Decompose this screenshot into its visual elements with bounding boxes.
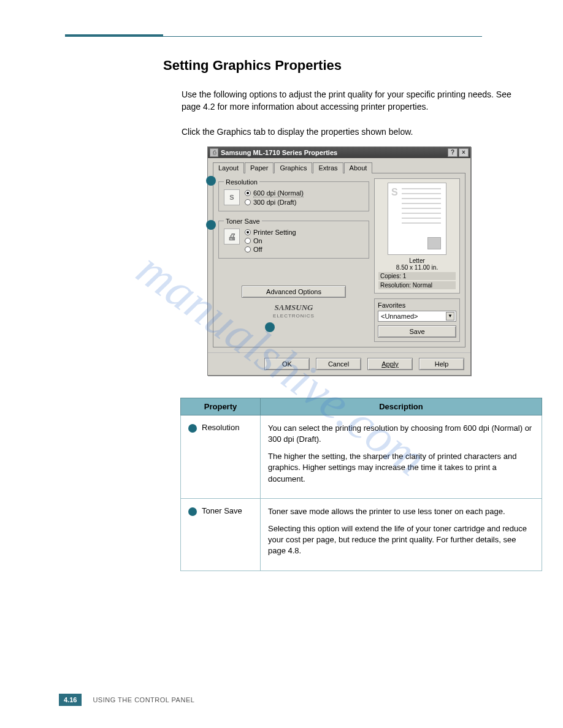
favorites-combo[interactable]: <Unnamed> ▼ <box>378 311 456 322</box>
radio-toner-off-label: Off <box>253 246 262 253</box>
prop-name-toner: Toner Save <box>202 506 242 515</box>
desc-resolution-1: You can select the printing resolution b… <box>268 423 534 445</box>
help-dialog-button[interactable]: Help <box>419 358 464 370</box>
help-button[interactable]: ? <box>448 148 458 157</box>
dialog-title: Samsung ML-1710 Series Properties <box>221 149 446 156</box>
chevron-down-icon: ▼ <box>446 312 454 320</box>
tab-strip: Layout Paper Graphics Extras About <box>213 162 465 173</box>
ok-button[interactable]: OK <box>264 358 310 370</box>
preview-paper-name: Letter <box>378 257 456 264</box>
favorites-value: <Unnamed> <box>381 313 418 320</box>
callout-bullet-1 <box>206 176 216 186</box>
preview-resolution: Resolution: Normal <box>378 281 456 289</box>
radio-toner-on[interactable]: On <box>245 237 296 245</box>
row-bullet-icon <box>188 424 197 433</box>
apply-button[interactable]: Apply <box>367 358 413 370</box>
close-button[interactable]: × <box>459 148 469 157</box>
printer-icon: 🖨 <box>224 229 240 245</box>
intro-paragraph-1: Use the following options to adjust the … <box>182 88 513 113</box>
favorites-save-button[interactable]: Save <box>378 325 456 338</box>
preview-s-icon: S <box>391 187 400 197</box>
page-number-badge: 4.16 <box>59 694 82 706</box>
resolution-legend: Resolution <box>224 178 259 186</box>
radio-toner-off[interactable]: Off <box>245 246 296 253</box>
dialog-footer: OK Cancel Apply Help <box>208 352 470 375</box>
page-footer: 4.16 USING THE CONTROL PANEL <box>59 694 194 706</box>
intro-paragraph-2: Click the Graphics tab to display the pr… <box>182 126 513 138</box>
preview-paper-dims: 8.50 x 11.00 in. <box>378 264 456 271</box>
favorites-label: Favorites <box>378 301 456 309</box>
table-row: Resolution You can select the printing r… <box>181 415 542 498</box>
header-rule <box>65 36 482 37</box>
preview-image-block <box>427 237 441 249</box>
resolution-group: Resolution S 600 dpi (Normal) <box>218 178 369 211</box>
app-icon: ⎙ <box>210 148 218 157</box>
radio-icon <box>245 246 251 252</box>
preview-copies: Copies: 1 <box>378 272 456 280</box>
toner-save-legend: Toner Save <box>224 218 262 225</box>
properties-table: Property Description Resolution You can … <box>180 398 542 571</box>
radio-printer-setting[interactable]: Printer Setting <box>245 229 296 236</box>
radio-icon <box>245 238 251 244</box>
tab-extras[interactable]: Extras <box>313 162 343 173</box>
radio-300dpi-label: 300 dpi (Draft) <box>253 199 296 206</box>
col-description: Description <box>261 398 542 415</box>
properties-dialog: ⎙ Samsung ML-1710 Series Properties ? × … <box>207 146 471 376</box>
preview-pane: S Letter 8.50 x 11.00 in. Copies: 1 Reso… <box>374 178 460 294</box>
resolution-icon: S <box>224 189 240 205</box>
radio-toner-on-label: On <box>253 237 262 245</box>
cancel-button[interactable]: Cancel <box>316 358 361 370</box>
advanced-options-button[interactable]: Advanced Options <box>242 286 346 298</box>
page-footer-caption: USING THE CONTROL PANEL <box>93 696 194 703</box>
col-property: Property <box>181 398 261 415</box>
tab-paper[interactable]: Paper <box>245 162 274 173</box>
tab-about[interactable]: About <box>344 162 373 173</box>
desc-toner-2: Selecting this option will extend the li… <box>268 523 534 557</box>
row-bullet-icon <box>188 507 197 516</box>
radio-600dpi-label: 600 dpi (Normal) <box>253 189 304 197</box>
dialog-titlebar[interactable]: ⎙ Samsung ML-1710 Series Properties ? × <box>208 147 470 158</box>
section-title: Setting Graphics Properties <box>163 58 510 74</box>
radio-300dpi[interactable]: 300 dpi (Draft) <box>245 199 304 206</box>
toner-save-group: Toner Save 🖨 Printer Setting <box>218 218 369 259</box>
brand-footer: SAMSUNG ELECTRONICS <box>218 303 369 319</box>
tab-graphics[interactable]: Graphics <box>274 162 312 173</box>
table-row: Toner Save Toner save mode allows the pr… <box>181 498 542 571</box>
tab-layout[interactable]: Layout <box>213 162 244 173</box>
radio-icon <box>245 229 251 235</box>
favorites-group: Favorites <Unnamed> ▼ Save <box>374 298 460 342</box>
prop-name-resolution: Resolution <box>202 423 239 432</box>
callout-bullet-3 <box>265 322 275 332</box>
desc-toner-1: Toner save mode allows the printer to us… <box>268 506 534 517</box>
callout-bullet-2 <box>206 220 216 230</box>
desc-resolution-2: The higher the setting, the sharper the … <box>268 451 534 485</box>
radio-icon <box>245 199 251 205</box>
radio-icon <box>245 190 251 196</box>
radio-600dpi[interactable]: 600 dpi (Normal) <box>245 189 304 197</box>
preview-sheet: S <box>388 183 446 255</box>
radio-printer-setting-label: Printer Setting <box>253 229 296 236</box>
